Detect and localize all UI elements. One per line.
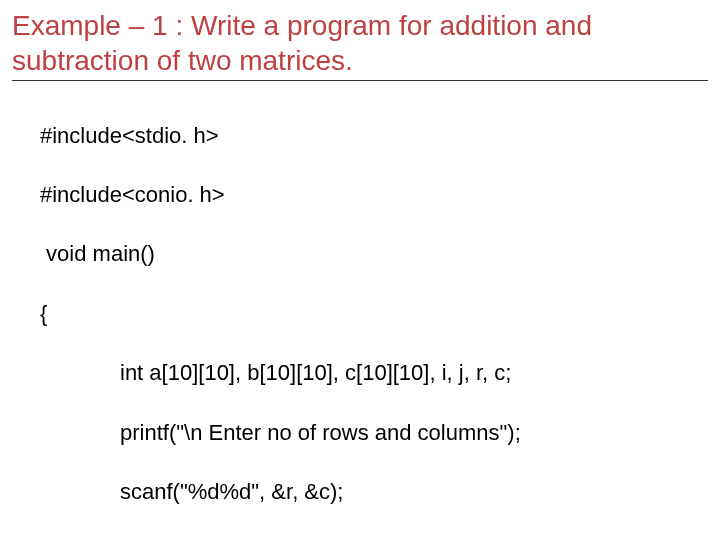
code-block: #include<stdio. h> #include<conio. h> vo… xyxy=(40,91,708,540)
code-line: scanf("%d%d", &r, &c); xyxy=(120,477,708,507)
code-line: printf("\n Enter no of rows and columns"… xyxy=(120,418,708,448)
code-line: { xyxy=(40,299,708,329)
code-line: void main() xyxy=(40,239,708,269)
slide-heading: Example – 1 : Write a program for additi… xyxy=(12,8,708,81)
code-line: #include<conio. h> xyxy=(40,180,708,210)
code-line: printf("Enter %d elements of first matri… xyxy=(120,536,708,540)
code-line: int a[10][10], b[10][10], c[10][10], i, … xyxy=(120,358,708,388)
code-line: #include<stdio. h> xyxy=(40,121,708,151)
slide: Example – 1 : Write a program for additi… xyxy=(0,0,720,540)
